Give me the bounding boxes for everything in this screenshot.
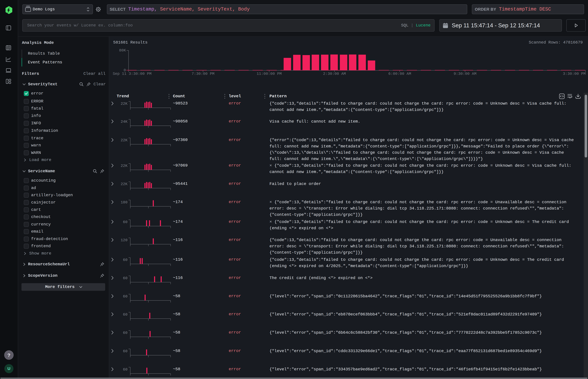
svg-text:22K: 22K	[121, 138, 127, 142]
svg-text:180: 180	[121, 200, 127, 205]
svg-text:60: 60	[123, 294, 127, 299]
svg-text:60: 60	[123, 367, 127, 372]
svg-text:22K: 22K	[121, 164, 127, 168]
svg-text:60: 60	[123, 258, 127, 262]
svg-text:60: 60	[123, 331, 127, 335]
svg-text:24K: 24K	[121, 120, 127, 124]
svg-text:60: 60	[123, 349, 127, 353]
svg-text:60: 60	[123, 276, 127, 280]
svg-text:60: 60	[123, 312, 127, 317]
svg-text:60: 60	[123, 220, 127, 224]
svg-text:22K: 22K	[121, 102, 127, 106]
svg-text:22K: 22K	[121, 182, 127, 186]
svg-text:120: 120	[121, 238, 127, 242]
